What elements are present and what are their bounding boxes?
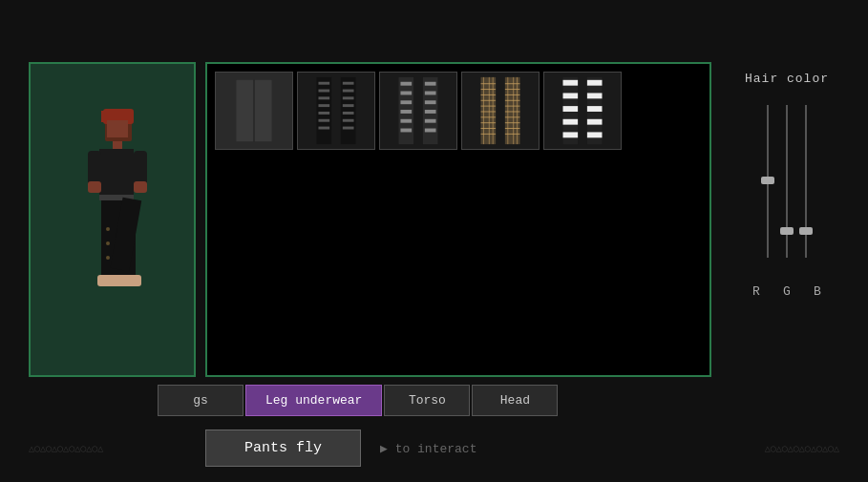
character-sprite bbox=[55, 95, 170, 344]
svg-rect-24 bbox=[341, 77, 356, 144]
svg-rect-23 bbox=[317, 77, 332, 144]
svg-point-14 bbox=[106, 241, 110, 245]
svg-rect-54 bbox=[462, 73, 539, 149]
svg-rect-9 bbox=[88, 181, 101, 193]
svg-rect-94 bbox=[587, 119, 603, 125]
svg-rect-27 bbox=[318, 96, 329, 99]
svg-rect-52 bbox=[425, 119, 436, 123]
svg-rect-48 bbox=[425, 82, 436, 86]
svg-rect-3 bbox=[107, 120, 128, 137]
svg-point-15 bbox=[106, 256, 110, 260]
svg-rect-91 bbox=[587, 80, 603, 86]
clothing-items-row bbox=[207, 64, 709, 157]
action-bar: Pants fly ▶ to interact bbox=[205, 430, 476, 467]
color-panel: Hair color R G bbox=[725, 62, 849, 377]
g-slider-track[interactable] bbox=[786, 105, 788, 277]
svg-rect-44 bbox=[400, 100, 412, 104]
svg-rect-22 bbox=[298, 73, 374, 149]
tab-torso[interactable]: Torso bbox=[384, 385, 470, 416]
hair-color-label: Hair color bbox=[725, 72, 849, 86]
svg-rect-25 bbox=[318, 82, 329, 85]
b-slider-track[interactable] bbox=[805, 105, 807, 277]
rgb-labels: R G B bbox=[725, 284, 849, 299]
svg-rect-36 bbox=[343, 112, 354, 115]
svg-rect-28 bbox=[318, 104, 329, 107]
g-slider-line[interactable] bbox=[786, 105, 788, 258]
b-slider-thumb[interactable] bbox=[799, 227, 813, 235]
interact-hint-text: ▶ bbox=[380, 442, 395, 456]
svg-rect-32 bbox=[343, 82, 354, 85]
interact-hint: ▶ to interact bbox=[380, 441, 476, 456]
svg-rect-21 bbox=[255, 80, 272, 141]
sliders-container bbox=[725, 105, 849, 277]
b-label: B bbox=[811, 284, 824, 299]
svg-rect-5 bbox=[99, 149, 134, 199]
svg-rect-88 bbox=[563, 106, 579, 112]
svg-rect-33 bbox=[343, 90, 354, 93]
svg-rect-47 bbox=[400, 129, 412, 133]
clothing-panel bbox=[205, 62, 711, 377]
corner-decoration-bl: △○△○△○△○△○△○△ bbox=[29, 443, 103, 453]
svg-rect-43 bbox=[400, 92, 412, 95]
tab-legs[interactable]: gs bbox=[158, 385, 243, 416]
svg-rect-38 bbox=[343, 127, 354, 130]
clothing-item-1[interactable] bbox=[215, 72, 293, 150]
svg-rect-19 bbox=[216, 73, 292, 149]
svg-rect-6 bbox=[88, 151, 101, 185]
interact-hint-label: to interact bbox=[395, 442, 477, 456]
svg-rect-89 bbox=[563, 119, 579, 125]
svg-rect-87 bbox=[563, 93, 579, 98]
corner-decoration-br: △○△○△○△○△○△○△ bbox=[765, 443, 839, 453]
svg-rect-51 bbox=[425, 110, 436, 114]
svg-rect-45 bbox=[400, 110, 412, 114]
svg-rect-30 bbox=[318, 119, 329, 122]
clothing-item-3[interactable] bbox=[379, 72, 457, 150]
clothing-item-5[interactable] bbox=[543, 72, 622, 150]
svg-rect-53 bbox=[425, 129, 436, 133]
svg-rect-35 bbox=[343, 104, 354, 107]
svg-rect-49 bbox=[425, 92, 436, 95]
svg-rect-95 bbox=[587, 132, 603, 137]
svg-rect-93 bbox=[587, 106, 603, 112]
svg-point-13 bbox=[106, 227, 110, 231]
svg-rect-17 bbox=[116, 275, 141, 286]
svg-rect-7 bbox=[134, 151, 147, 185]
svg-rect-90 bbox=[563, 132, 579, 137]
clothing-item-2[interactable] bbox=[297, 72, 375, 150]
b-slider-line[interactable] bbox=[805, 105, 807, 258]
svg-rect-34 bbox=[343, 96, 354, 99]
svg-rect-20 bbox=[236, 80, 253, 141]
tab-head[interactable]: Head bbox=[472, 385, 558, 416]
g-label: G bbox=[780, 284, 794, 299]
svg-rect-37 bbox=[343, 119, 354, 122]
svg-rect-92 bbox=[587, 93, 603, 98]
svg-rect-50 bbox=[425, 100, 436, 104]
clothing-item-4[interactable] bbox=[461, 72, 540, 150]
main-container: Hair color R G bbox=[0, 0, 868, 482]
tab-bar: gs Leg underwear Torso Head bbox=[158, 385, 558, 416]
svg-rect-29 bbox=[318, 112, 329, 115]
character-display bbox=[31, 64, 194, 375]
svg-rect-83 bbox=[544, 73, 621, 149]
svg-rect-46 bbox=[400, 119, 412, 123]
svg-rect-26 bbox=[318, 90, 329, 93]
svg-rect-31 bbox=[318, 127, 329, 130]
svg-rect-42 bbox=[400, 82, 412, 86]
svg-rect-39 bbox=[380, 73, 456, 149]
g-slider-thumb[interactable] bbox=[780, 227, 794, 235]
pants-fly-button[interactable]: Pants fly bbox=[205, 430, 361, 467]
svg-rect-8 bbox=[134, 181, 147, 193]
r-slider-line[interactable] bbox=[767, 105, 769, 258]
r-label: R bbox=[750, 284, 763, 299]
svg-rect-86 bbox=[563, 80, 579, 86]
svg-rect-4 bbox=[113, 141, 122, 149]
r-slider-thumb[interactable] bbox=[761, 177, 774, 184]
r-slider-track[interactable] bbox=[767, 105, 769, 277]
tab-leg-underwear[interactable]: Leg underwear bbox=[245, 385, 382, 416]
character-panel bbox=[29, 62, 196, 377]
